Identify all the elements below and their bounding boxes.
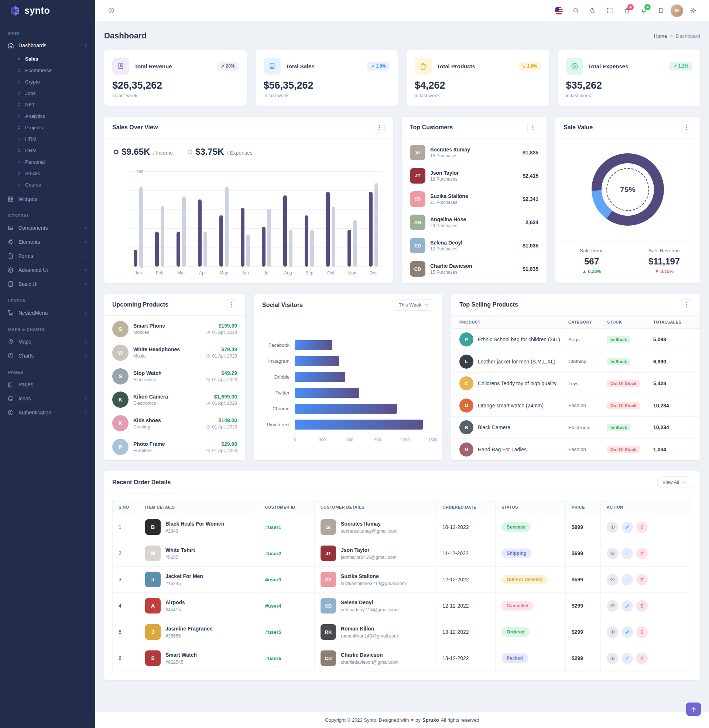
customer-row[interactable]: SI Socrates Itumay 15 Purchases $1,835: [410, 145, 538, 160]
orders-table: S.NO ITEM DETAILS CUSTOMER ID CUSTOMER D…: [112, 500, 692, 671]
sidebar-item[interactable]: Authentication: [0, 406, 95, 420]
income-bar: [326, 192, 330, 267]
levels-menu: NestedMenu: [0, 306, 95, 320]
delete-button[interactable]: [636, 653, 648, 664]
customer-email: charliedavieson@gmail.com: [341, 660, 399, 665]
stock-badge: In Stock: [607, 336, 630, 343]
x-axis-tick: Jul: [264, 270, 269, 276]
sidebar-item-dashboards[interactable]: Dashboards: [0, 38, 95, 53]
edit-button[interactable]: [621, 600, 633, 612]
sidebar-item[interactable]: Components: [0, 221, 95, 235]
top-selling-row[interactable]: O Orange smart watch (24mm) Fashion Out …: [451, 395, 700, 417]
customer-id[interactable]: #user2: [265, 551, 282, 556]
language-button[interactable]: [552, 4, 566, 18]
sidebar-subitem[interactable]: Crypto: [0, 76, 95, 88]
view-button[interactable]: [607, 548, 618, 559]
eye-icon: [610, 603, 615, 608]
sidebar-subitem[interactable]: Jobs: [0, 88, 95, 99]
main-content: Dashboard Home » Dashboard Total Revenue…: [95, 22, 709, 692]
sale-value-menu-button[interactable]: [681, 122, 692, 133]
breadcrumb-home[interactable]: Home: [654, 33, 667, 39]
top-selling-menu-button[interactable]: [681, 299, 692, 310]
footer-brand[interactable]: Spruko: [422, 717, 439, 723]
view-all-dropdown[interactable]: View All: [657, 477, 692, 488]
delete-button[interactable]: [636, 626, 648, 638]
edit-button[interactable]: [621, 653, 633, 664]
view-button[interactable]: [607, 574, 618, 585]
product-row[interactable]: S Smart Phone Mobiles $199.99 01 Apr, 20…: [112, 321, 237, 337]
product-row[interactable]: S Stop Watch Electronics $49.29 01 Apr, …: [112, 368, 237, 385]
social-range-dropdown[interactable]: This Week: [394, 299, 434, 311]
delete-button[interactable]: [636, 600, 648, 612]
search-button[interactable]: [569, 4, 583, 18]
sidebar-item[interactable]: Maps: [0, 335, 95, 349]
sidebar-subitem[interactable]: Projects: [0, 122, 95, 133]
sidebar-subitem[interactable]: Course: [0, 179, 95, 191]
product-row[interactable]: W White Headphones Music $79.49 01 Apr, …: [112, 344, 237, 361]
notifications-button[interactable]: 4: [637, 4, 651, 18]
cart-button[interactable]: 4: [620, 4, 634, 18]
sidebar-item[interactable]: Charts: [0, 349, 95, 363]
customer-id[interactable]: #user3: [265, 577, 282, 582]
bookmark-button[interactable]: [654, 4, 668, 18]
customer-id[interactable]: #user5: [265, 629, 282, 635]
sidebar-subitem[interactable]: Analytics: [0, 111, 95, 122]
scroll-to-top-button[interactable]: [686, 703, 701, 716]
delete-button[interactable]: [636, 548, 648, 559]
delete-button[interactable]: [636, 522, 648, 533]
sidebar-item[interactable]: NestedMenu: [0, 306, 95, 320]
view-button[interactable]: [607, 653, 618, 664]
top-selling-row[interactable]: H Hand Bag For Ladies Fashion Out Of Sto…: [451, 439, 700, 461]
sidebar-item[interactable]: Advanced Ui: [0, 263, 95, 277]
settings-button[interactable]: [686, 4, 700, 18]
upcoming-products-menu-button[interactable]: [226, 299, 237, 310]
customer-id[interactable]: #user6: [265, 656, 282, 661]
sidebar-toggle-button[interactable]: [104, 4, 118, 18]
edit-button[interactable]: [621, 626, 633, 638]
top-customers-menu-button[interactable]: [527, 122, 538, 133]
sidebar-subitem[interactable]: NFT: [0, 99, 95, 111]
sidebar-subitem[interactable]: CRM: [0, 145, 95, 156]
customer-row[interactable]: SD Selena Deoyl 12 Purchases $1,035: [410, 238, 538, 253]
edit-button[interactable]: [621, 548, 633, 559]
customer-row[interactable]: CD Charlie Davieson 15 Purchases $1,835: [410, 261, 538, 277]
top-selling-row[interactable]: C Childrens Teddy toy of high quality To…: [451, 373, 700, 395]
sidebar-subitem[interactable]: Stocks: [0, 168, 95, 179]
customer-row[interactable]: AH Angelina Hose 24 Purchases 2,624: [410, 214, 538, 230]
sidebar-item[interactable]: Forms: [0, 249, 95, 263]
sidebar-subitem[interactable]: Ecommerce: [0, 65, 95, 76]
top-selling-row[interactable]: B Black Camera Electronic In Stock 10,23…: [451, 417, 700, 439]
edit-button[interactable]: [621, 522, 633, 533]
sidebar-item[interactable]: Basic Ui: [0, 277, 95, 291]
sidebar-subitem[interactable]: Sales: [0, 53, 95, 65]
product-row[interactable]: P Photo Frame Furniture $29.99 01 Apr, 2…: [112, 439, 237, 455]
customer-id[interactable]: #user4: [265, 603, 282, 609]
view-button[interactable]: [607, 626, 618, 638]
fullscreen-button[interactable]: [603, 4, 617, 18]
view-button[interactable]: [607, 600, 618, 612]
customer-row[interactable]: SS Suzika Stallone 21 Purchases $2,341: [410, 191, 538, 207]
expenses-bar: [353, 220, 357, 267]
product-row[interactable]: K Kids shoes Clothing $149.00 01 Apr, 20…: [112, 415, 237, 432]
edit-button[interactable]: [621, 574, 633, 585]
brand-logo[interactable]: synto: [0, 0, 95, 22]
sidebar-item[interactable]: Elements: [0, 235, 95, 249]
widgets-icon: [7, 196, 14, 203]
sidebar-subitem[interactable]: Personal: [0, 156, 95, 168]
sidebar-subitem[interactable]: HRM: [0, 133, 95, 145]
sidebar-item-widgets[interactable]: Widgets: [0, 192, 95, 206]
view-button[interactable]: [607, 522, 618, 533]
avatar: SS: [410, 191, 425, 207]
sidebar-item[interactable]: Icons: [0, 391, 95, 406]
customer-id[interactable]: #user1: [265, 524, 282, 530]
sales-overview-menu-button[interactable]: [374, 122, 385, 133]
top-selling-row[interactable]: L Leather jacket for men (S,M,L,XL) Clot…: [451, 351, 700, 373]
user-avatar[interactable]: M: [671, 4, 683, 17]
dark-mode-button[interactable]: [586, 4, 600, 18]
product-row[interactable]: K Kikon Camera Electronics $1,699.00 01 …: [112, 391, 237, 408]
order-sno: 4: [112, 593, 139, 619]
top-selling-row[interactable]: E Ethnic School bag for children (24L) B…: [451, 329, 700, 351]
customer-row[interactable]: JT Json Taylor 18 Purchases $2,415: [410, 168, 538, 184]
sidebar-item[interactable]: Pages: [0, 378, 95, 391]
delete-button[interactable]: [636, 574, 648, 585]
